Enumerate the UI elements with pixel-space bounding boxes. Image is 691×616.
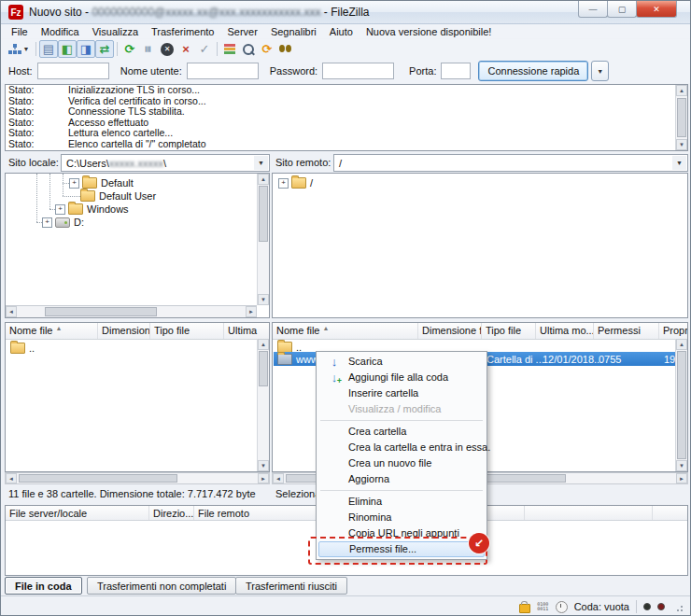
compare-button[interactable] [239,40,258,58]
cancel-operation-button[interactable]: ✕ [158,40,176,58]
search-files-button[interactable] [276,40,295,58]
toggle-remote-tree-button[interactable]: ◨ [77,40,95,58]
column-header-empty[interactable] [653,506,687,520]
remote-list-vertical-scrollbar[interactable]: ▲ ▼ [675,339,687,471]
local-path-prefix: C:\Users\ [66,158,109,169]
column-header-nome-file[interactable]: Nome file ▲ [6,323,98,339]
tree-item-default[interactable]: Default [69,176,134,189]
remote-path-combobox[interactable]: / ▼ [333,154,688,172]
toggle-log-button[interactable]: ▤ [39,40,58,58]
close-button[interactable]: ✕ [636,1,677,18]
expand-icon[interactable] [42,217,52,228]
site-manager-button[interactable]: ▼ [5,40,33,58]
scroll-up-icon[interactable]: ▲ [258,174,269,185]
tree-item-root[interactable]: / [278,176,313,189]
menu-item-scarica[interactable]: ↓ Scarica [317,354,486,370]
column-header-ultima-modifica[interactable]: Ultima mo... [536,323,594,339]
scroll-left-icon[interactable]: ◄ [273,473,284,483]
username-input[interactable] [187,63,259,79]
file-modified-cell: 12/01/2018... [543,354,602,365]
menu-item-inserire-cartella[interactable]: Inserire cartella [317,385,486,401]
refresh-button[interactable]: ⟳ [120,40,139,58]
tab-trasferimenti-non-completati[interactable]: Trasferimenti non completati [87,577,236,595]
disconnect-button[interactable]: × [176,40,195,58]
tab-trasferimenti-riusciti[interactable]: Trasferimenti riusciti [235,577,347,595]
toggle-queue-button[interactable]: ⇄ [95,40,114,58]
menu-item-rinomina[interactable]: Rinomina [317,510,486,525]
scroll-left-icon[interactable]: ◄ [6,473,17,483]
tree-item-drive-d[interactable]: D: [42,216,84,229]
column-header-dimensione[interactable]: Dimension... [98,323,150,339]
expand-icon[interactable] [69,178,79,189]
port-input[interactable] [441,63,471,79]
menu-item-aggiungi-coda[interactable]: ↓+ Aggiungi file alla coda [317,370,486,385]
scroll-down-icon[interactable]: ▼ [676,139,687,150]
scroll-down-icon[interactable]: ▼ [676,460,687,471]
column-header-tipo-file[interactable]: Tipo file [482,323,536,339]
local-path-combobox[interactable]: C:\Users\xxxxx.xxxxx\ ▼ [61,154,270,172]
log-vertical-scrollbar[interactable]: ▲ ▼ [675,85,687,150]
column-header-proprietario[interactable]: Propri... [659,323,687,339]
menu-item-elimina[interactable]: Elimina [317,494,486,510]
sync-browsing-button[interactable]: ⟳ [258,40,276,58]
expand-icon[interactable] [278,178,289,189]
menu-item-aggiorna[interactable]: Aggiorna [317,471,486,487]
menu-nuova-versione[interactable]: Nuova versione disponibile! [360,26,499,37]
menu-file[interactable]: File [5,26,35,37]
tree-item-windows[interactable]: Windows [55,203,129,216]
scroll-right-icon[interactable]: ► [246,306,257,317]
column-header-permessi[interactable]: Permessi [594,323,659,339]
column-header-dimensione-file[interactable]: Dimensione f... [418,323,482,339]
column-header-file-server-locale[interactable]: File server/locale [6,506,149,520]
menu-visualizza[interactable]: Visualizza [86,26,145,37]
filter-button[interactable] [220,40,239,58]
local-list-horizontal-scrollbar[interactable]: ◄ ► [5,472,270,484]
download-icon: ↓ [326,354,343,370]
local-parent-dir-row[interactable]: .. [10,342,35,354]
host-input[interactable] [37,63,109,79]
disconnect-icon: × [182,42,190,56]
column-header-ultima[interactable]: Ultima [224,323,269,339]
menu-item-crea-cartella[interactable]: Crea cartella [317,424,486,440]
minimize-button[interactable]: — [578,1,608,18]
password-input[interactable] [322,63,394,79]
local-list-vertical-scrollbar[interactable]: ▲ ▼ [257,339,269,471]
menu-server[interactable]: Server [220,26,263,37]
scroll-right-icon[interactable]: ► [258,473,269,483]
chevron-down-icon[interactable]: ▼ [254,156,268,170]
column-header-tipo-file[interactable]: Tipo file [150,323,224,339]
column-header-empty[interactable] [525,506,653,520]
reconnect-button[interactable]: ✓ [195,40,214,58]
scroll-down-icon[interactable]: ▼ [258,294,269,305]
tab-file-in-coda[interactable]: File in coda [5,577,82,595]
tree-item-default-user[interactable]: Default User [80,189,156,203]
quickconnect-button[interactable]: Connessione rapida [478,61,588,81]
filezilla-logo-icon: Fz [8,5,23,20]
menu-item-crea-nuovo-file[interactable]: Crea un nuovo file [317,455,486,471]
local-tree-vertical-scrollbar[interactable]: ▲ ▼ [257,174,269,305]
toggle-local-tree-button[interactable]: ◧ [58,40,77,58]
menu-segnalibri[interactable]: Segnalibri [264,26,323,37]
scroll-up-icon[interactable]: ▲ [676,339,687,350]
process-queue-button[interactable]: ≡ [139,40,158,58]
quickconnect-dropdown-button[interactable]: ▼ [591,61,609,81]
menu-modifica[interactable]: Modifica [35,26,86,37]
chevron-down-icon[interactable]: ▼ [672,156,686,170]
log-message: Inizializzazione TLS in corso... [68,85,200,96]
menu-item-crea-cartella-entra[interactable]: Crea la cartella e entra in essa. [317,440,486,455]
scroll-up-icon[interactable]: ▲ [676,85,687,96]
resize-grip[interactable] [673,602,683,611]
menu-item-visualizza-modifica[interactable]: Visualizza / modifica [317,401,486,417]
expand-icon[interactable] [55,204,65,215]
column-header-direzione[interactable]: Direzio... [149,506,194,520]
window-controls: — ▢ ✕ [579,1,677,18]
scroll-right-icon[interactable]: ► [676,473,687,483]
column-header-nome-file[interactable]: Nome file ▲ [273,323,418,339]
scroll-left-icon[interactable]: ◄ [6,306,17,317]
scroll-down-icon[interactable]: ▼ [258,460,269,471]
maximize-button[interactable]: ▢ [607,1,637,18]
menu-aiuto[interactable]: Aiuto [323,26,360,37]
scroll-up-icon[interactable]: ▲ [258,339,269,350]
menu-trasferimento[interactable]: Trasferimento [145,26,220,37]
local-tree-horizontal-scrollbar[interactable]: ◄ ► [6,305,257,317]
